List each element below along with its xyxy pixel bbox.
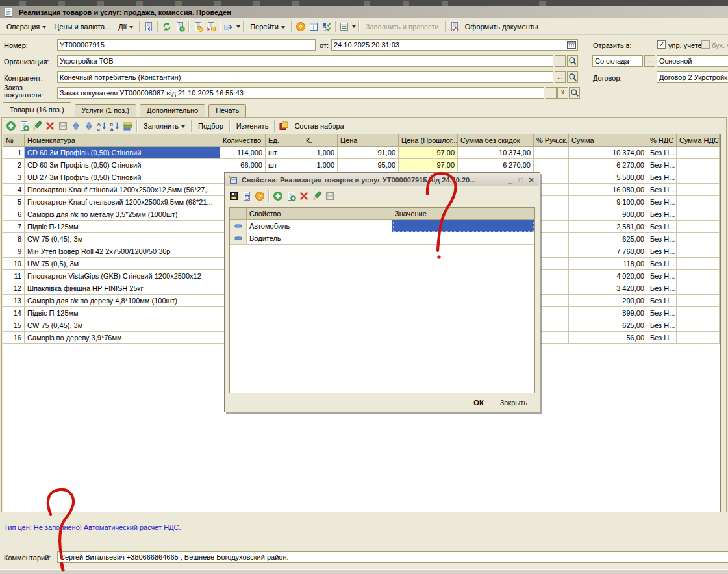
cell[interactable] (720, 171, 721, 184)
table-toolbar-button-состав-набора[interactable]: Состав набора (290, 120, 347, 132)
cell[interactable]: UW 75 (0,5), 3м (25, 258, 220, 270)
tab-goods[interactable]: Товары (16 поз.) (3, 102, 71, 117)
cell[interactable] (677, 270, 720, 282)
cell[interactable]: 5 (3, 196, 25, 208)
save-gray-icon[interactable] (56, 119, 69, 132)
cell[interactable]: Без Н... (647, 258, 677, 270)
save-arrow-icon[interactable] (142, 20, 155, 33)
column-header-0[interactable]: № (3, 134, 25, 147)
cell[interactable] (677, 233, 720, 245)
cell[interactable]: Без Н... (647, 295, 677, 307)
value-column-header[interactable]: Значение (392, 208, 534, 220)
cell[interactable]: шт (266, 147, 303, 159)
property-name-cell[interactable]: Водитель (247, 232, 392, 245)
cell[interactable]: 625,00 (569, 319, 647, 332)
contractor-input[interactable]: Конечный потребитель (Константин) (57, 71, 553, 83)
cell[interactable]: 9 (3, 245, 25, 258)
column-header-11[interactable]: Сумма НДС (677, 134, 720, 147)
warehouse-input[interactable]: Основной (657, 55, 728, 67)
cell[interactable] (677, 184, 720, 196)
property-value-cell[interactable] (392, 220, 534, 232)
cell[interactable]: Без Н... (647, 221, 677, 233)
cell[interactable]: шт (266, 159, 303, 171)
cell[interactable]: Підвіс П-125мм (25, 307, 220, 319)
cell[interactable]: Без Н... (647, 270, 677, 282)
cell[interactable] (677, 196, 720, 208)
cell[interactable]: Без Н... (647, 233, 677, 245)
cell[interactable]: 95,00 (338, 159, 399, 171)
acc-accounting-label[interactable]: бух. учете (712, 42, 728, 49)
cell[interactable] (534, 147, 569, 159)
prices-coins-icon[interactable] (192, 20, 205, 33)
cell[interactable]: 7 (3, 221, 25, 233)
sostav-icon[interactable] (277, 119, 290, 132)
cell[interactable]: 14 (3, 307, 25, 319)
cell[interactable]: Підвіс П-125мм (25, 221, 220, 233)
cell[interactable]: UD 27 3м Профіль (0,50) Стіновий (25, 171, 220, 184)
add-icon[interactable] (271, 190, 284, 203)
cell[interactable] (677, 319, 720, 332)
close-button[interactable]: Закрыть (496, 397, 531, 408)
cell[interactable]: Без Н... (647, 196, 677, 208)
table-toolbar-button-заполнить[interactable]: Заполнить (140, 120, 189, 132)
form-doc-icon[interactable] (448, 20, 461, 33)
cell[interactable]: 200,00 (569, 295, 647, 307)
sort-az-icon[interactable]: Ая (95, 119, 108, 132)
tab-print[interactable]: Печать (208, 104, 246, 117)
contract-input[interactable]: Договор 2 Укрстройка (657, 71, 728, 83)
cell[interactable]: 3 (3, 171, 25, 184)
coins-red-icon[interactable] (205, 20, 218, 33)
cell[interactable]: CD 60 3м Профіль (0,50) Стіновий (25, 159, 220, 171)
cell[interactable] (720, 332, 721, 344)
cell[interactable]: 4 (3, 184, 25, 196)
cell[interactable]: Гіпсокартон Knauf стельовий 1200х2500х9,… (25, 196, 220, 208)
cell[interactable]: 2 (3, 159, 25, 171)
cell[interactable]: 66,000 (220, 159, 266, 171)
send-arrow-icon[interactable] (223, 20, 241, 33)
cell[interactable] (720, 258, 721, 270)
cell[interactable]: Гіпсокартон Knauf стіновий 1200х2500х12,… (25, 184, 220, 196)
order-input[interactable]: Заказ покупателя УТ000008087 від 21.10.2… (57, 87, 544, 99)
main-toolbar-button-цены-и-валюта-[interactable]: Цены и валюта... (50, 21, 114, 32)
properties-header-icon-cell[interactable] (230, 208, 247, 220)
cell[interactable]: 625,00 (569, 233, 647, 245)
cell[interactable]: 91,00 (338, 147, 399, 159)
cell[interactable]: 114,000 (220, 147, 266, 159)
ok-button[interactable]: ОК (470, 397, 487, 408)
close-icon[interactable]: ✕ (526, 176, 536, 184)
cell[interactable]: Без Н... (647, 171, 677, 184)
cell[interactable]: Без Н... (647, 147, 677, 159)
cell[interactable]: 16 080,00 (569, 184, 647, 196)
warehouse-mode-button[interactable]: ... (644, 55, 655, 67)
main-toolbar-button-заполнить-и-провести[interactable]: Заполнить и провести (362, 21, 443, 32)
cell[interactable]: 118,00 (569, 258, 647, 270)
cell[interactable] (677, 332, 720, 344)
column-header-4[interactable]: К. (303, 134, 338, 147)
xml-icon[interactable] (338, 20, 357, 33)
cell[interactable]: 2 581,00 (569, 221, 647, 233)
cell[interactable]: 11 (3, 270, 25, 282)
pencil-icon[interactable] (31, 119, 44, 132)
cell[interactable] (720, 245, 721, 258)
maximize-icon[interactable]: □ (516, 176, 526, 184)
cell[interactable] (720, 282, 721, 295)
contractor-select-button[interactable]: ... (555, 71, 566, 83)
table-toolbar-button-изменить[interactable]: Изменить (232, 120, 273, 132)
cell[interactable]: Мін Утеп Ізовер Roll 42 2х7500/1200/50 3… (25, 245, 220, 258)
cell[interactable]: 1,000 (303, 159, 338, 171)
comment-input[interactable]: Сергей Витальевич +380666864665 , Вешнев… (57, 551, 728, 563)
cell[interactable]: 13 (3, 295, 25, 307)
cell[interactable]: Без Н... (647, 245, 677, 258)
column-header-12[interactable] (720, 134, 721, 147)
cell[interactable]: CW 75 (0,45), 3м (25, 319, 220, 332)
cell[interactable] (534, 159, 569, 171)
cell[interactable] (677, 147, 720, 159)
cell[interactable]: Саморіз для г/к по металу 3,5*25мм (1000… (25, 208, 220, 221)
cell[interactable]: CW 75 (0,45), 3м (25, 233, 220, 245)
cell[interactable] (720, 233, 721, 245)
cell[interactable]: Без Н... (647, 307, 677, 319)
add-icon[interactable] (5, 119, 18, 132)
cell[interactable]: 9 100,00 (569, 196, 647, 208)
goods-row-2[interactable]: 2CD 60 3м Профіль (0,50) Стіновий66,000ш… (3, 159, 720, 171)
cell[interactable]: CD 60 3м Профіль (0,50) Стіновий (25, 147, 220, 159)
